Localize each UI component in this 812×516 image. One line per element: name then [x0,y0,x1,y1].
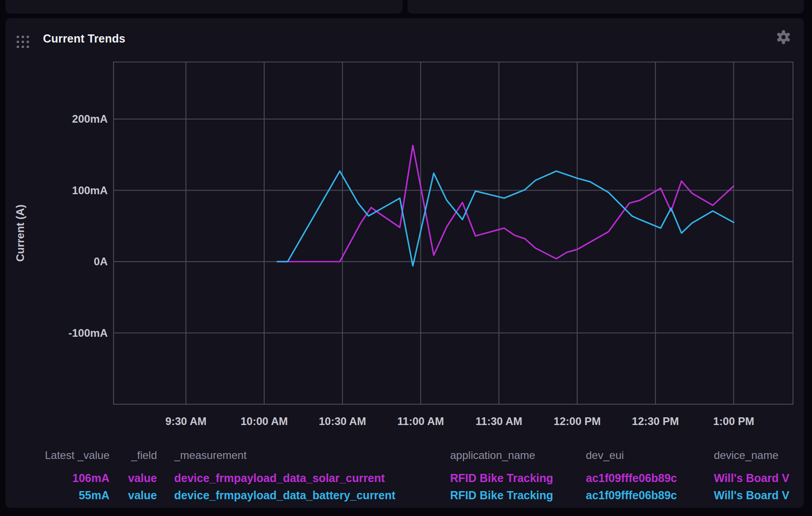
legend-cell-device_name: Will's Board V [714,488,804,502]
legend-table: Latest _value_field_measurementapplicati… [5,444,804,508]
x-tick-label: 1:00 PM [695,414,772,429]
legend-cell-field: value [119,471,157,485]
legend-header-device_name: device_name [714,448,804,463]
legend-cell-field: value [119,488,157,502]
legend-header-application_name: application_name [450,448,581,463]
x-tick-label: 11:30 AM [461,414,537,429]
legend-header-dev_eui: dev_eui [586,448,708,463]
panel-above-left [5,0,403,14]
y-tick-label: -100mA [24,326,108,340]
x-tick-label: 10:30 AM [304,414,381,429]
legend-cell-measurement: device_frmpayload_data_battery_current [174,488,437,502]
x-tick-label: 12:30 PM [617,414,694,429]
panel-above-right [408,0,804,14]
legend-cell-latest_value: 106mA [24,471,109,485]
legend-cell-dev_eui: ac1f09fffe06b89c [586,471,708,485]
legend-cell-measurement: device_frmpayload_data_solar_current [174,471,437,485]
x-tick-label: 9:30 AM [147,414,224,429]
y-tick-label: 100mA [24,183,108,198]
legend-cell-application_name: RFID Bike Tracking [450,471,581,485]
legend-cell-latest_value: 55mA [24,488,109,502]
legend-header-field: _field [119,448,157,463]
y-tick-label: 200mA [24,112,108,126]
legend-cell-device_name: Will's Board V [714,471,804,485]
line-chart: Current (A) 200mA100mA0A-100mA9:30 AM10:… [5,18,804,444]
dashboard-page: Current Trends Current (A) 200mA100mA0A-… [0,0,812,516]
x-tick-label: 12:00 PM [539,414,616,429]
legend-header-measurement: _measurement [174,448,437,463]
x-tick-label: 10:00 AM [226,414,303,429]
legend-cell-application_name: RFID Bike Tracking [450,488,581,502]
x-tick-label: 11:00 AM [382,414,459,429]
y-tick-label: 0A [24,254,108,269]
current-trends-panel: Current Trends Current (A) 200mA100mA0A-… [5,18,804,508]
legend-cell-dev_eui: ac1f09fffe06b89c [586,488,708,502]
legend-header-latest_value: Latest _value [24,448,109,463]
